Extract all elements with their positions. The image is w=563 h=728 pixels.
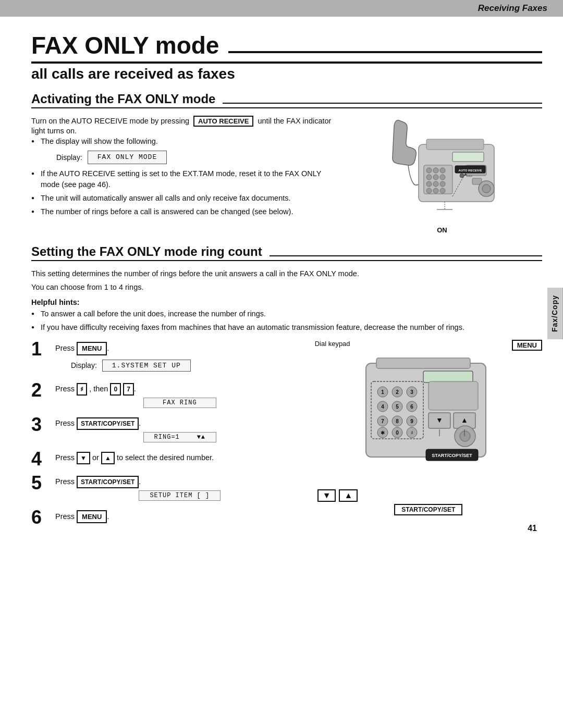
step4-down-btn: ▼ [77, 452, 90, 464]
bullet2: If the AUTO RECEIVE setting is set to th… [31, 168, 332, 190]
step2-btn7: 7 [123, 383, 134, 396]
bullet4: The number of rings before a call is ans… [31, 206, 332, 217]
svg-point-15 [440, 188, 445, 193]
display-box1: FAX ONLY MODE [88, 151, 167, 164]
svg-text:2: 2 [396, 389, 399, 395]
svg-text:4: 4 [381, 404, 384, 410]
svg-rect-30 [423, 371, 473, 382]
svg-point-12 [440, 181, 445, 187]
section2-intro2: You can choose from 1 to 4 rings. [31, 282, 542, 292]
page-number: 41 [528, 524, 537, 533]
step6-menu-btn: MENU [77, 510, 107, 524]
svg-rect-2 [452, 152, 484, 162]
svg-point-9 [440, 175, 445, 180]
bullet3: The unit will automatically answer all c… [31, 193, 332, 203]
svg-point-13 [426, 188, 432, 193]
svg-point-11 [433, 181, 438, 187]
auto-receive-btn: AUTO RECEIVE [193, 116, 253, 127]
diagram-column: Dial keypad MENU 1 [315, 340, 542, 532]
step2-hash-btn: ♯ [77, 383, 87, 396]
step5-display: SETUP ITEM [ ] [55, 490, 304, 501]
svg-point-7 [426, 175, 432, 180]
page-title: FAX ONLY mode [31, 31, 542, 64]
svg-point-19 [482, 184, 491, 193]
section1-content: Turn on the AUTO RECEIVE mode by pressin… [31, 116, 542, 234]
side-tab: Fax/Copy [547, 288, 563, 339]
hint1: To answer a call before the unit does, i… [31, 309, 542, 319]
step1-press: Press [55, 344, 75, 352]
step4-up-btn: ▲ [101, 452, 115, 464]
svg-rect-56 [429, 381, 478, 410]
step-5: 5 Press START/COPY/SET . SETUP ITEM [ ] [31, 474, 304, 503]
fax-machine-illustration: AUTO RECEIVE FAX ON [342, 116, 542, 234]
svg-point-10 [426, 181, 432, 187]
hint2: If you have difficulty receiving faxes f… [31, 322, 542, 332]
section2-content: This setting determines the number of ri… [31, 268, 542, 532]
dial-keypad-label: Dial keypad [315, 340, 350, 348]
step5-startcopy-btn: START/COPY/SET [77, 476, 139, 488]
svg-point-62 [460, 431, 470, 441]
step1-display-box: 1.SYSTEM SET UP [102, 360, 191, 372]
section1-intro: Turn on the AUTO RECEIVE mode by pressin… [31, 116, 332, 135]
fax-diagram-svg: 1 2 3 4 5 6 7 8 [361, 353, 496, 488]
svg-text:AUTO RECEIVE: AUTO RECEIVE [459, 169, 482, 172]
steps-diagram-row: 1 Press MENU . Display: 1.SYSTEM SET UP [31, 340, 542, 532]
diagram-down-arrow: ▼ [317, 489, 336, 502]
step-3: 3 Press START/COPY/SET . RING=1 [31, 415, 304, 445]
section2-intro1: This setting determines the number of ri… [31, 268, 542, 279]
svg-text:6: 6 [410, 404, 413, 410]
svg-point-14 [433, 188, 438, 193]
helpful-hints: Helpful hints: To answer a call before t… [31, 298, 542, 333]
step-1: 1 Press MENU . Display: 1.SYSTEM SET UP [31, 340, 304, 376]
steps-column: 1 Press MENU . Display: 1.SYSTEM SET UP [31, 340, 304, 532]
svg-text:9: 9 [410, 418, 413, 424]
diagram-menu-label: MENU [512, 340, 542, 351]
svg-text:▲: ▲ [461, 416, 468, 424]
svg-text:START/COPY/SET: START/COPY/SET [432, 453, 472, 458]
svg-text:♯: ♯ [410, 430, 413, 436]
header-label: Receiving Faxes [478, 3, 547, 13]
section1-heading: Activating the FAX ONLY mode [31, 92, 542, 108]
svg-point-4 [426, 168, 432, 173]
helpful-hints-title: Helpful hints: [31, 298, 542, 306]
section1-bullets: The display will show the following. Dis… [31, 136, 332, 217]
step2-btn0: 0 [110, 383, 121, 396]
bullet1: The display will show the following. Dis… [31, 136, 332, 164]
svg-point-5 [433, 168, 438, 173]
page-subtitle: all calls are received as faxes [31, 66, 542, 82]
svg-text:✱: ✱ [381, 430, 385, 436]
svg-point-6 [440, 168, 445, 173]
svg-text:FAX: FAX [467, 175, 472, 178]
display-row1: Display: FAX ONLY MODE [56, 151, 332, 164]
diagram-startcopy-label: START/COPY/SET [394, 504, 462, 515]
step3-display: RING=1 ▼▲ [55, 432, 304, 442]
on-label: ON [437, 226, 447, 234]
svg-rect-29 [376, 358, 470, 368]
fax-machine-svg: AUTO RECEIVE FAX [385, 116, 499, 225]
hints-list: To answer a call before the unit does, i… [31, 309, 542, 333]
svg-text:0: 0 [396, 430, 399, 436]
section2-heading: Setting the FAX ONLY mode ring count [31, 244, 542, 261]
svg-rect-1 [426, 139, 484, 150]
svg-text:5: 5 [396, 404, 399, 410]
svg-text:3: 3 [410, 389, 413, 395]
svg-text:7: 7 [381, 418, 384, 424]
step-6: 6 Press MENU . [31, 508, 304, 527]
section1-left: Turn on the AUTO RECEIVE mode by pressin… [31, 116, 332, 234]
step3-startcopy-btn: START/COPY/SET [77, 417, 139, 430]
step1-display-row: Display: 1.SYSTEM SET UP [71, 360, 304, 372]
step2-display: FAX RING [55, 398, 304, 408]
svg-text:1: 1 [381, 389, 384, 395]
header-bar: Receiving Faxes [0, 0, 563, 17]
step-4: 4 Press ▼ or ▲ to select the desired num… [31, 450, 304, 468]
step-2: 2 Press ♯ , then 0 7 [31, 381, 304, 410]
svg-point-8 [433, 175, 438, 180]
main-content: FAX ONLY mode all calls are received as … [0, 17, 563, 542]
svg-text:8: 8 [396, 418, 399, 424]
svg-text:▼: ▼ [436, 416, 443, 424]
diagram-up-arrow: ▲ [339, 489, 358, 502]
step1-menu-btn: MENU [77, 342, 107, 355]
